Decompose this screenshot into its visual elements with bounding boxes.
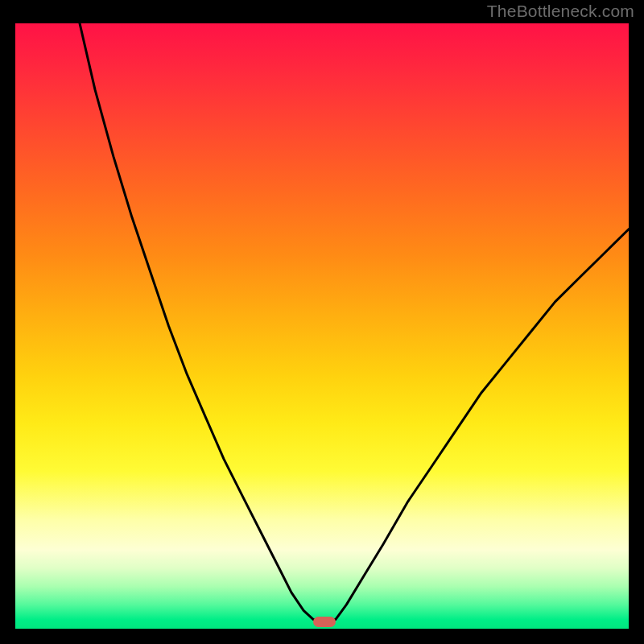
bottleneck-curve <box>80 23 629 620</box>
optimum-marker <box>313 617 336 627</box>
chart-frame: TheBottleneck.com <box>0 0 644 644</box>
plot-area <box>15 23 629 629</box>
watermark-label: TheBottleneck.com <box>487 2 634 21</box>
curve-layer <box>15 23 629 629</box>
